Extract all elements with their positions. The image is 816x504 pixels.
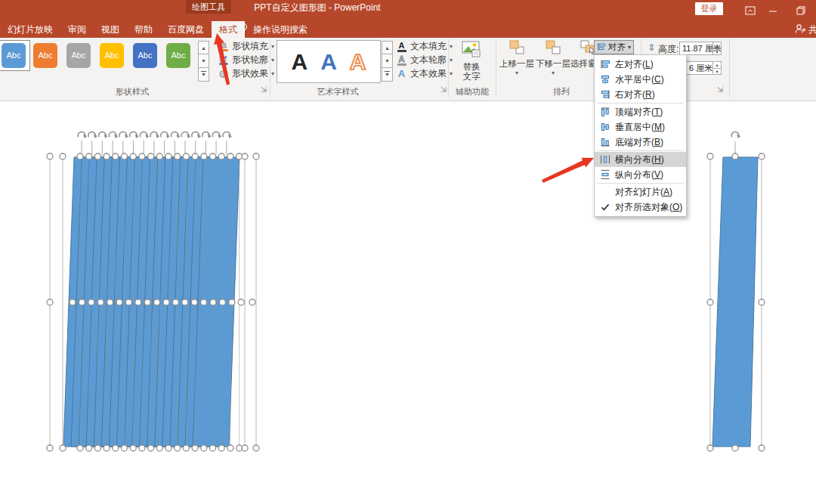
menu-item-align-right[interactable]: 右对齐(R) [595, 87, 686, 102]
menu-item-label: 顶端对齐(T) [615, 106, 663, 119]
rotation-handle-icon[interactable] [171, 131, 180, 138]
align-left-icon [595, 59, 615, 70]
rotation-handle-icon[interactable] [202, 131, 212, 138]
menu-item-align-center[interactable]: 水平居中(C) [595, 72, 686, 87]
rotation-handle-icon[interactable] [181, 131, 190, 138]
menu-item-label: 纵向分布(V) [615, 169, 663, 181]
menu-item-align-top[interactable]: 顶端对齐(T) [595, 104, 686, 119]
menu-item-label: 横向分布(H) [615, 153, 664, 166]
right-slanted-bar-shape[interactable] [712, 157, 758, 447]
rotation-handle-icon[interactable] [140, 131, 149, 138]
rotation-handle-icon[interactable] [109, 131, 118, 138]
menu-item-align-selected-objects[interactable]: 对齐所选对象(O) [595, 199, 686, 215]
dist-v-icon [595, 169, 615, 180]
menu-item-label: 右对齐(R) [615, 88, 655, 101]
menu-separator [597, 183, 684, 184]
align-middle-icon [595, 122, 615, 132]
menu-item-label: 对齐幻灯片(A) [615, 186, 672, 199]
menu-item-label: 垂直居中(M) [615, 121, 665, 134]
align-center-icon [595, 74, 615, 85]
slide-canvas[interactable] [0, 0, 816, 504]
rotation-handle-icon[interactable] [192, 131, 201, 138]
align-dropdown-menu: 左对齐(L)水平居中(C)右对齐(R)顶端对齐(T)垂直居中(M)底端对齐(B)… [594, 54, 687, 217]
menu-item-label: 水平居中(C) [615, 73, 664, 86]
rotation-handle-icon[interactable] [161, 131, 170, 138]
checkmark-icon [595, 202, 615, 212]
menu-item-label: 对齐所选对象(O) [615, 201, 682, 214]
menu-item-distribute-horizontally[interactable]: 横向分布(H) [595, 152, 686, 167]
menu-item-label: 左对齐(L) [615, 58, 654, 71]
menu-item-align-bottom[interactable]: 底端对齐(B) [595, 135, 686, 150]
menu-item-label: 底端对齐(B) [615, 136, 663, 149]
menu-separator [597, 150, 684, 151]
dist-h-icon [595, 154, 615, 165]
rotation-handle-icon[interactable] [212, 131, 221, 138]
menu-item-align-left[interactable]: 左对齐(L) [595, 57, 686, 72]
rotation-handle-icon[interactable] [99, 131, 108, 138]
rotation-handle-icon[interactable] [88, 131, 97, 138]
rotation-handle-icon[interactable] [119, 131, 128, 138]
menu-item-align-middle[interactable]: 垂直居中(M) [595, 119, 686, 135]
align-top-icon [595, 107, 615, 117]
align-right-icon [595, 89, 615, 100]
menu-item-align-to-slide[interactable]: 对齐幻灯片(A) [595, 184, 686, 199]
menu-item-distribute-vertically[interactable]: 纵向分布(V) [595, 167, 686, 182]
menu-separator [597, 103, 684, 104]
rotation-handle-icon[interactable] [130, 131, 139, 138]
powerpoint-window: 绘图工具 PPT自定义图形图 - PowerPoint 登录 幻灯片放映审阅视图… [0, 0, 816, 504]
rotation-handle-icon[interactable] [78, 131, 87, 138]
rotation-handle-icon[interactable] [150, 131, 159, 138]
align-bottom-icon [595, 137, 615, 147]
rotation-handle-icon[interactable] [731, 131, 740, 138]
rotation-handle-icon[interactable] [223, 131, 232, 138]
